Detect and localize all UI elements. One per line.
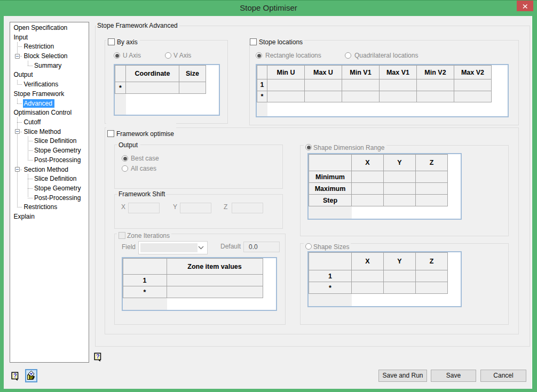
svg-text:?: ? [13,372,17,379]
svg-text:?: ? [96,353,99,359]
